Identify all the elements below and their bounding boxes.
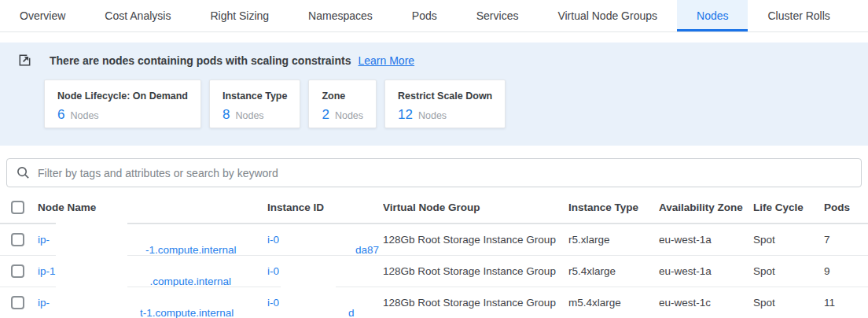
node-name-link[interactable]: ip-1 — [38, 265, 56, 277]
card-title: Zone — [322, 91, 363, 102]
search-bar[interactable] — [6, 158, 862, 187]
nodes-table: Node Name Instance ID Virtual Node Group… — [0, 192, 868, 318]
card-node-lifecycle[interactable]: Node Lifecycle: On Demand 6 Nodes — [44, 80, 201, 128]
column-instance-id: Instance ID — [267, 192, 383, 223]
card-unit: Nodes — [235, 110, 263, 121]
pods-cell: 11 — [824, 297, 868, 309]
card-count: 12 — [398, 107, 413, 123]
table-row: ip-1 .compute.internal i-0 128Gb Root St… — [0, 255, 868, 287]
select-all-checkbox[interactable] — [11, 201, 24, 214]
virtual-node-group-cell: 128Gb Root Storage Instance Group — [383, 297, 568, 309]
tab-virtual-node-groups[interactable]: Virtual Node Groups — [538, 0, 677, 31]
column-instance-type: Instance Type — [568, 202, 659, 213]
tab-namespaces[interactable]: Namespaces — [289, 0, 392, 31]
row-checkbox[interactable] — [11, 296, 24, 309]
instance-type-cell: r5.4xlarge — [568, 265, 659, 277]
tab-overview[interactable]: Overview — [0, 0, 85, 31]
pods-cell: 7 — [824, 234, 868, 246]
instance-id-link[interactable]: da87 — [355, 243, 379, 255]
node-name-link[interactable]: .compute.internal — [150, 275, 232, 287]
row-checkbox[interactable] — [11, 264, 24, 278]
availability-zone-cell: eu-west-1a — [659, 265, 753, 277]
instance-id-link[interactable]: i-0 — [267, 265, 279, 277]
card-count: 8 — [223, 107, 230, 123]
constraint-cards: Node Lifecycle: On Demand 6 Nodes Instan… — [44, 80, 868, 128]
instance-id-link[interactable]: i-0 — [267, 234, 279, 246]
redacted-region — [281, 259, 336, 318]
pods-cell: 9 — [824, 265, 868, 277]
card-count: 2 — [322, 107, 329, 123]
node-name-link[interactable]: ip- — [38, 234, 50, 246]
card-title: Restrict Scale Down — [398, 91, 492, 102]
scale-up-icon — [17, 53, 32, 68]
search-input[interactable] — [38, 167, 851, 179]
column-pods: Pods — [824, 202, 868, 213]
card-unit: Nodes — [70, 110, 98, 121]
node-name-link[interactable]: t-1.compute.internal — [140, 306, 234, 318]
card-count: 6 — [57, 107, 64, 123]
column-virtual-node-group: Virtual Node Group — [383, 202, 568, 213]
card-instance-type[interactable]: Instance Type 8 Nodes — [209, 80, 300, 128]
tab-bar: Overview Cost Analysis Right Sizing Name… — [0, 0, 868, 32]
instance-id-link[interactable]: i-0 — [267, 297, 279, 309]
column-life-cycle: Life Cycle — [753, 202, 824, 213]
card-title: Node Lifecycle: On Demand — [57, 91, 188, 102]
instance-type-cell: r5.xlarge — [568, 234, 659, 246]
availability-zone-cell: eu-west-1c — [659, 297, 753, 309]
column-availability-zone: Availability Zone — [659, 202, 753, 213]
tab-log[interactable]: Log — [850, 0, 868, 31]
tab-services[interactable]: Services — [457, 0, 539, 31]
instance-type-cell: m5.4xlarge — [568, 297, 659, 309]
column-node-name: Node Name — [38, 192, 267, 223]
instance-id-link[interactable]: d — [348, 306, 355, 318]
tab-right-sizing[interactable]: Right Sizing — [190, 0, 289, 31]
banner-message: There are nodes containing pods with sca… — [50, 54, 351, 67]
card-restrict-scale-down[interactable]: Restrict Scale Down 12 Nodes — [384, 80, 506, 128]
availability-zone-cell: eu-west-1a — [659, 234, 753, 246]
life-cycle-cell: Spot — [753, 297, 824, 309]
redacted-region — [56, 222, 127, 318]
life-cycle-cell: Spot — [753, 234, 824, 246]
row-checkbox[interactable] — [11, 233, 24, 246]
card-zone[interactable]: Zone 2 Nodes — [308, 80, 377, 128]
virtual-node-group-cell: 128Gb Root Storage Instance Group — [383, 265, 568, 277]
life-cycle-cell: Spot — [753, 265, 824, 277]
table-header: Node Name Instance ID Virtual Node Group… — [0, 192, 868, 224]
learn-more-link[interactable]: Learn More — [359, 54, 415, 67]
tab-cluster-rolls[interactable]: Cluster Rolls — [748, 0, 849, 31]
card-unit: Nodes — [418, 110, 447, 121]
tab-pods[interactable]: Pods — [392, 0, 457, 31]
scaling-constraints-banner: There are nodes containing pods with sca… — [0, 43, 868, 146]
tab-cost-analysis[interactable]: Cost Analysis — [85, 0, 190, 31]
search-icon — [17, 166, 30, 179]
card-unit: Nodes — [335, 110, 363, 121]
card-title: Instance Type — [223, 91, 287, 102]
node-name-link[interactable]: ip- — [38, 297, 50, 309]
table-row: ip- t-1.compute.internal i-0 d 128Gb Roo… — [0, 287, 868, 318]
virtual-node-group-cell: 128Gb Root Storage Instance Group — [383, 234, 568, 246]
table-row: ip- -1.compute.internal i-0 da87 128Gb R… — [0, 224, 868, 255]
tab-nodes[interactable]: Nodes — [677, 0, 748, 31]
node-name-link[interactable]: -1.compute.internal — [145, 243, 237, 255]
